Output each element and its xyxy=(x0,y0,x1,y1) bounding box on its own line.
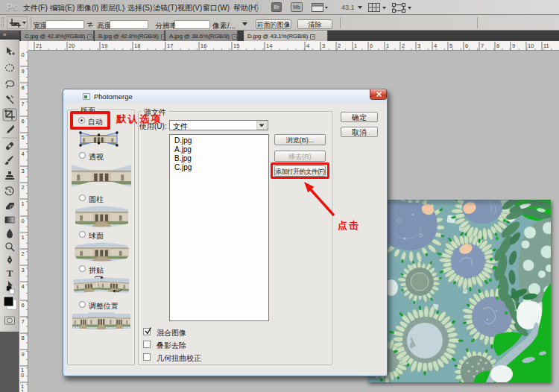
svg-text:9: 9 xyxy=(22,68,25,75)
svg-text:4: 4 xyxy=(434,42,437,49)
svg-text:1: 1 xyxy=(21,388,24,392)
svg-text:4: 4 xyxy=(306,42,309,49)
svg-text:7: 7 xyxy=(481,42,484,49)
svg-text:15: 15 xyxy=(233,42,239,49)
svg-text:0: 0 xyxy=(22,51,25,58)
svg-text:16: 16 xyxy=(200,42,206,49)
svg-text:6: 6 xyxy=(22,118,25,124)
svg-text:6: 6 xyxy=(22,302,25,309)
svg-text:2: 2 xyxy=(402,42,405,49)
svg-text:7: 7 xyxy=(22,101,25,107)
svg-text:1: 1 xyxy=(354,42,357,49)
svg-text:6: 6 xyxy=(465,42,468,49)
svg-text:5: 5 xyxy=(22,134,25,141)
svg-text:0: 0 xyxy=(21,372,24,379)
svg-text:2: 2 xyxy=(22,184,25,191)
svg-text:3: 3 xyxy=(22,267,25,274)
svg-text:19: 19 xyxy=(101,42,107,49)
svg-text:14: 14 xyxy=(266,42,272,49)
svg-text:5: 5 xyxy=(449,42,452,49)
svg-text:3: 3 xyxy=(417,42,420,49)
svg-text:3: 3 xyxy=(322,42,325,49)
svg-text:10: 10 xyxy=(528,42,534,49)
svg-text:17: 17 xyxy=(167,42,173,49)
svg-text:2: 2 xyxy=(338,42,341,49)
svg-text:1: 1 xyxy=(22,234,25,241)
svg-text:21: 21 xyxy=(36,42,42,49)
svg-text:2: 2 xyxy=(22,250,25,257)
svg-text:4: 4 xyxy=(22,151,25,157)
svg-text:1: 1 xyxy=(22,200,25,207)
svg-text:0: 0 xyxy=(22,218,25,224)
svg-text:4: 4 xyxy=(22,283,25,290)
svg-text:7: 7 xyxy=(22,318,25,325)
svg-text:3: 3 xyxy=(22,168,25,174)
svg-text:18: 18 xyxy=(134,42,140,49)
svg-text:8: 8 xyxy=(22,335,25,341)
svg-text:8: 8 xyxy=(22,84,25,91)
svg-text:11: 11 xyxy=(543,42,549,49)
svg-text:9: 9 xyxy=(22,351,25,358)
svg-text:8: 8 xyxy=(496,42,499,49)
svg-text:1: 1 xyxy=(386,42,389,49)
svg-text:0: 0 xyxy=(370,42,373,49)
svg-text:9: 9 xyxy=(512,42,515,49)
svg-text:20: 20 xyxy=(69,42,75,49)
